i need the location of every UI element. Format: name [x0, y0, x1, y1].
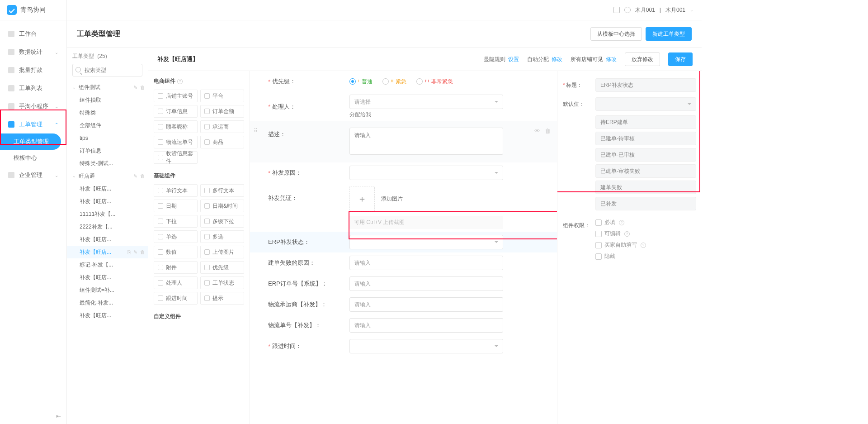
- palette-item[interactable]: 顾客昵称: [154, 120, 198, 133]
- btn-new-type[interactable]: 新建工单类型: [646, 27, 692, 41]
- link-autoassign-modify[interactable]: 修改: [552, 56, 562, 63]
- option-value[interactable]: 已补发: [595, 197, 696, 210]
- eye-icon[interactable]: 👁: [534, 128, 540, 134]
- btn-save[interactable]: 保存: [668, 52, 693, 66]
- tree-item[interactable]: 补发【旺店...: [67, 271, 148, 284]
- link-shops-modify[interactable]: 修改: [606, 56, 617, 63]
- nav-stats[interactable]: 数据统计⌄: [0, 43, 66, 61]
- tree-group[interactable]: ⌄组件测试✎🗑: [67, 81, 148, 94]
- palette-item[interactable]: 上传图片: [200, 246, 244, 258]
- nav-workorder-mgmt[interactable]: 工单管理⌃: [0, 115, 66, 133]
- perm-checkbox-row[interactable]: 隐藏: [595, 252, 696, 260]
- tree-item[interactable]: 订单信息: [67, 144, 148, 157]
- drag-handle-icon[interactable]: ⠿: [254, 128, 257, 134]
- nav-refund[interactable]: 批量打款: [0, 61, 66, 79]
- palette-item[interactable]: 收货信息套件: [154, 151, 198, 164]
- palette-item[interactable]: 下拉: [154, 215, 198, 228]
- tree-item[interactable]: 补发【旺店...: [67, 182, 148, 195]
- option-value[interactable]: 已建单-待审核: [595, 132, 696, 145]
- palette-item[interactable]: 多级下拉: [200, 215, 244, 228]
- btn-discard[interactable]: 放弃修改: [625, 52, 660, 66]
- erp-order-input[interactable]: 请输入: [349, 276, 503, 291]
- tree-item[interactable]: 补发【旺店...⎘✎🗑: [67, 246, 148, 258]
- fail-reason-input[interactable]: 请输入: [349, 256, 503, 270]
- tree-item[interactable]: tips: [67, 132, 148, 144]
- tree-item[interactable]: 补发【旺店...: [67, 309, 148, 322]
- nav-sub-template[interactable]: 模板中心: [0, 150, 66, 166]
- chevron-down-icon[interactable]: ⌄: [690, 8, 693, 12]
- palette-item[interactable]: 数值: [154, 246, 198, 258]
- row-desc[interactable]: ⠿ 描述： 👁🗑: [250, 121, 557, 162]
- nav-workbench[interactable]: 工作台: [0, 25, 66, 43]
- tree-item[interactable]: 组件测试=补...: [67, 284, 148, 296]
- follow-select[interactable]: [349, 339, 503, 353]
- palette-item[interactable]: 处理人: [154, 276, 198, 289]
- tree-item[interactable]: 补发【旺店...: [67, 195, 148, 208]
- search-input[interactable]: [72, 64, 142, 76]
- add-image-button[interactable]: ＋: [349, 186, 375, 211]
- row-erp-order[interactable]: ERP订单号【系统】： 请输入: [250, 273, 557, 294]
- priority-very-urgent[interactable]: !!!非常紧急: [416, 78, 453, 86]
- row-tracking[interactable]: 物流单号【补发】： 请输入: [250, 315, 557, 336]
- reason-select[interactable]: [349, 166, 503, 180]
- nav-orders[interactable]: 工单列表: [0, 79, 66, 97]
- palette-item[interactable]: 提示: [200, 292, 244, 305]
- palette-item[interactable]: 附件: [154, 261, 198, 274]
- checkbox-icon[interactable]: [595, 219, 602, 226]
- palette-item[interactable]: 订单金额: [200, 105, 244, 118]
- tree-item[interactable]: 标记-补发【...: [67, 258, 148, 271]
- palette-item[interactable]: 店铺主账号: [154, 90, 198, 102]
- palette-item[interactable]: 跟进时间: [154, 292, 198, 305]
- row-carrier[interactable]: 物流承运商【补发】： 请输入: [250, 294, 557, 315]
- palette-item[interactable]: 物流运单号: [154, 136, 198, 148]
- tree-group[interactable]: ⌄旺店通✎🗑: [67, 170, 148, 182]
- btn-from-template[interactable]: 从模板中心选择: [590, 27, 642, 41]
- info-icon[interactable]: ?: [619, 220, 624, 225]
- nav-taobao[interactable]: 手淘小程序⌄: [0, 97, 66, 115]
- palette-item[interactable]: 工单状态: [200, 276, 244, 289]
- tree-item[interactable]: 2222补发【...: [67, 220, 148, 233]
- palette-item[interactable]: 单选: [154, 230, 198, 243]
- option-value[interactable]: 已建单-已审核: [595, 148, 696, 162]
- palette-item[interactable]: 订单信息: [154, 105, 198, 118]
- avatar[interactable]: [624, 7, 631, 13]
- tracking-input[interactable]: 请输入: [349, 318, 503, 333]
- assign-to-me-link[interactable]: 分配给我: [349, 111, 503, 119]
- tree-item[interactable]: 全部组件: [67, 119, 148, 132]
- tree-item[interactable]: 特殊类: [67, 106, 148, 119]
- row-reason[interactable]: *补发原因：: [250, 162, 557, 183]
- palette-item[interactable]: 多选: [200, 230, 244, 243]
- row-handler[interactable]: *处理人： 请选择 分配给我: [250, 92, 557, 121]
- prop-title-input[interactable]: ERP补发状态: [595, 78, 696, 92]
- option-value[interactable]: 建单失败: [595, 181, 696, 194]
- palette-item[interactable]: 多行文本: [200, 184, 244, 197]
- row-voucher[interactable]: 补发凭证： ＋ 添加图片 可用 Ctrl+V 上传截图: [250, 183, 557, 232]
- carrier-input[interactable]: 请输入: [349, 297, 503, 312]
- erp-status-select[interactable]: [349, 235, 503, 249]
- palette-item[interactable]: 单行文本: [154, 184, 198, 197]
- desc-input[interactable]: [349, 128, 503, 155]
- option-value[interactable]: 待ERP建单: [595, 115, 696, 129]
- tree-item[interactable]: 11111补发【...: [67, 208, 148, 220]
- row-fail-reason[interactable]: 建单失败的原因： 请输入: [250, 252, 557, 273]
- perm-checkbox-row[interactable]: 必填?: [595, 219, 696, 226]
- checkbox-icon[interactable]: [595, 242, 602, 248]
- prop-default-select[interactable]: [595, 97, 696, 111]
- checkbox-icon[interactable]: [595, 231, 602, 237]
- tree-item[interactable]: 补发【旺店...: [67, 233, 148, 246]
- info-icon[interactable]: ?: [177, 79, 183, 84]
- option-value[interactable]: 已建单-审核失败: [595, 164, 696, 178]
- palette-item[interactable]: 日期&时间: [200, 200, 244, 212]
- palette-item[interactable]: 平台: [200, 90, 244, 102]
- delete-icon[interactable]: 🗑: [545, 128, 551, 134]
- row-priority[interactable]: *优先级： !普通 !!紧急 !!!非常紧急: [250, 71, 557, 92]
- tree-item[interactable]: 特殊类-测试...: [67, 157, 148, 170]
- perm-checkbox-row[interactable]: 买家自助填写?: [595, 241, 696, 249]
- palette-item[interactable]: 优先级: [200, 261, 244, 274]
- priority-urgent[interactable]: !!紧急: [382, 78, 407, 86]
- tree-item[interactable]: 组件抽取: [67, 94, 148, 106]
- row-follow[interactable]: *跟进时间：: [250, 336, 557, 357]
- palette-item[interactable]: 日期: [154, 200, 198, 212]
- checkbox-icon[interactable]: [595, 253, 602, 260]
- palette-item[interactable]: 承运商: [200, 120, 244, 133]
